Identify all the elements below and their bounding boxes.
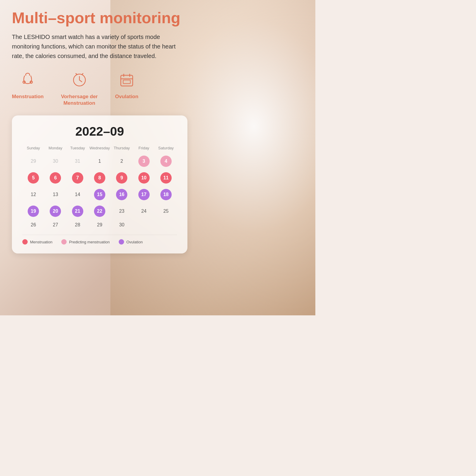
- cal-cell-3-2: 21: [67, 204, 89, 219]
- cal-cell-0-3: 1: [89, 154, 111, 169]
- dow-wednesday: Wednesday: [89, 145, 111, 151]
- svg-rect-4: [123, 80, 130, 84]
- cal-cell-2-5: 17: [133, 187, 155, 202]
- calendar-icon: [116, 70, 137, 90]
- cal-cell-3-4: 23: [111, 204, 133, 219]
- feature-ovulation: Ovulation: [115, 70, 138, 100]
- legend-label-ovulation: Ovulation: [126, 240, 143, 244]
- cal-cell-2-2: 14: [67, 187, 89, 202]
- feature-ovulation-label: Ovulation: [115, 93, 138, 100]
- calendar-header: Sunday Monday Tuesday Wednesday Thursday…: [22, 145, 177, 151]
- dow-saturday: Saturday: [155, 145, 177, 151]
- cal-cell-0-6: 4: [155, 154, 177, 169]
- clock-icon: [69, 70, 90, 90]
- cal-cell-4-3: 29: [89, 220, 111, 229]
- cal-cell-4-4: 30: [111, 220, 133, 229]
- legend-menstruation: Menstruation: [22, 239, 52, 245]
- cal-cell-3-1: 20: [44, 204, 66, 219]
- legend-dot-ovulation: [119, 239, 124, 245]
- cal-cell-2-6: 18: [155, 187, 177, 202]
- cal-cell-3-5: 24: [133, 204, 155, 219]
- cal-cell-0-4: 2: [111, 154, 133, 169]
- cal-cell-4-6: [155, 220, 177, 229]
- body-icon: [17, 70, 38, 90]
- dow-sunday: Sunday: [22, 145, 44, 151]
- calendar-legend: Menstruation Predicting menstruation Ovu…: [22, 235, 177, 245]
- cal-cell-4-5: [133, 220, 155, 229]
- cal-cell-4-0: 26: [22, 220, 44, 229]
- cal-cell-0-1: 30: [44, 154, 66, 169]
- cal-cell-3-0: 19: [22, 204, 44, 219]
- cal-cell-2-1: 13: [44, 187, 66, 202]
- legend-predicting: Predicting menstruation: [61, 239, 110, 245]
- cal-cell-1-6: 11: [155, 170, 177, 185]
- page-title: Multi–sport monitoring: [12, 9, 303, 27]
- legend-label-predicting: Predicting menstruation: [69, 240, 110, 244]
- calendar-week-4: 19202122232425: [22, 204, 177, 219]
- calendar-grid: Sunday Monday Tuesday Wednesday Thursday…: [22, 145, 177, 229]
- legend-label-menstruation: Menstruation: [30, 240, 52, 244]
- cal-cell-3-6: 25: [155, 204, 177, 219]
- legend-ovulation: Ovulation: [119, 239, 143, 245]
- calendar-week-1: 2930311234: [22, 154, 177, 169]
- cal-cell-1-5: 10: [133, 170, 155, 185]
- legend-dot-menstruation: [22, 239, 28, 245]
- cal-cell-0-0: 29: [22, 154, 44, 169]
- dow-friday: Friday: [133, 145, 155, 151]
- cal-cell-1-3: 8: [89, 170, 111, 185]
- cal-cell-0-5: 3: [133, 154, 155, 169]
- calendar-body: 2930311234567891011121314151617181920212…: [22, 154, 177, 229]
- cal-cell-4-2: 28: [67, 220, 89, 229]
- cal-cell-2-0: 12: [22, 187, 44, 202]
- feature-menstruation-label: Menstruation: [12, 93, 44, 100]
- cal-cell-4-1: 27: [44, 220, 66, 229]
- dow-thursday: Thursday: [111, 145, 133, 151]
- feature-prediction-label: Vorhersage der Menstruation: [56, 93, 103, 107]
- main-content: Multi–sport monitoring The LESHIDO smart…: [0, 0, 315, 262]
- feature-prediction: Vorhersage der Menstruation: [56, 70, 103, 107]
- calendar-week-3: 12131415161718: [22, 187, 177, 202]
- cal-cell-2-4: 16: [111, 187, 133, 202]
- calendar-title: 2022–09: [22, 124, 177, 139]
- cal-cell-1-1: 6: [44, 170, 66, 185]
- legend-dot-predicting: [61, 239, 67, 245]
- cal-cell-2-3: 15: [89, 187, 111, 202]
- calendar-week-2: 567891011: [22, 170, 177, 185]
- dow-tuesday: Tuesday: [67, 145, 89, 151]
- calendar-week-5: 2627282930: [22, 220, 177, 229]
- features-row: Menstruation Vorhersage der Menstruation: [12, 70, 303, 107]
- cal-cell-1-2: 7: [67, 170, 89, 185]
- feature-menstruation: Menstruation: [12, 70, 44, 100]
- cal-cell-0-2: 31: [67, 154, 89, 169]
- dow-monday: Monday: [44, 145, 66, 151]
- cal-cell-1-4: 9: [111, 170, 133, 185]
- subtitle-text: The LESHIDO smart watch has a variety of…: [12, 32, 178, 61]
- cal-cell-3-3: 22: [89, 204, 111, 219]
- calendar-card: 2022–09 Sunday Monday Tuesday Wednesday …: [12, 115, 187, 253]
- cal-cell-1-0: 5: [22, 170, 44, 185]
- svg-rect-3: [121, 75, 133, 86]
